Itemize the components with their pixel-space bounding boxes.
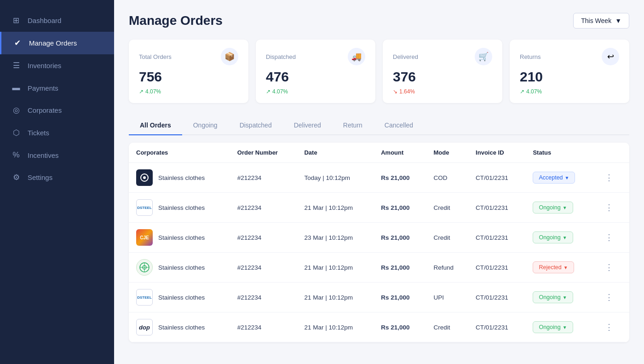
- stat-card-total-orders: Total Orders 📦 756 ↗ 4.07%: [129, 40, 248, 103]
- row-actions: ⋮: [595, 312, 629, 342]
- row-actions: ⋮: [595, 283, 629, 312]
- corp-cell: Stainless clothes: [129, 163, 230, 193]
- status-dropdown-icon: ▼: [563, 295, 567, 300]
- dispatched-icon: 🚚: [348, 48, 365, 65]
- order-mode: UPI: [426, 283, 469, 312]
- corp-cell: Stainless clothes: [129, 253, 230, 283]
- corporates-icon: ◎: [11, 105, 21, 115]
- stat-label-delivered: Delivered: [393, 53, 418, 60]
- order-number: #212234: [230, 163, 297, 193]
- tab-ongoing[interactable]: Ongoing: [182, 116, 229, 134]
- order-mode: Refund: [426, 253, 469, 283]
- order-date: 21 Mar | 10:12pm: [297, 312, 374, 342]
- manage-orders-icon: ✔: [12, 38, 23, 48]
- order-tabs: All Orders Ongoing Dispatched Delivered …: [129, 116, 629, 135]
- sidebar-item-label: Manage Orders: [29, 39, 77, 47]
- order-amount: Rs 21,000: [374, 312, 426, 342]
- col-status: Status: [525, 143, 594, 163]
- sidebar-item-payments[interactable]: ▬ Payments: [0, 77, 114, 99]
- orders-table-container: Corporates Order Number Date Amount Mode…: [129, 143, 629, 342]
- order-date: 21 Mar | 10:12pm: [297, 283, 374, 312]
- table-body: Stainless clothes #212234 Today | 10:12p…: [129, 163, 629, 342]
- stat-label-returns: Returns: [520, 53, 541, 60]
- sidebar-item-corporates[interactable]: ◎ Corporates: [0, 99, 114, 121]
- stat-card-delivered: Delivered 🛒 376 ↘ 1.64%: [383, 40, 502, 103]
- week-filter-button[interactable]: This Week ▼: [573, 13, 629, 29]
- corp-cell: dop Stainless clothes: [129, 312, 230, 342]
- status-dropdown-icon: ▼: [564, 265, 568, 270]
- col-date: Date: [297, 143, 374, 163]
- delivered-icon: 🛒: [475, 48, 492, 65]
- tab-dispatched[interactable]: Dispatched: [229, 116, 283, 134]
- stat-change-returns: ↗ 4.07%: [520, 88, 619, 95]
- status-badge[interactable]: Rejected ▼: [533, 261, 574, 273]
- sidebar-item-label: Payments: [28, 84, 58, 92]
- sidebar-item-tickets[interactable]: ⬡ Tickets: [0, 121, 114, 144]
- sidebar-item-dashboard[interactable]: ⊞ Dashboard: [0, 9, 114, 32]
- order-number: #212234: [230, 193, 297, 223]
- more-options-button[interactable]: ⋮: [602, 231, 616, 243]
- more-options-button[interactable]: ⋮: [602, 321, 616, 333]
- sidebar-item-settings[interactable]: ⚙ Settings: [0, 166, 114, 189]
- sidebar-item-inventories[interactable]: ☰ Inventories: [0, 54, 114, 77]
- col-invoice-id: Invoice ID: [468, 143, 525, 163]
- row-actions: ⋮: [595, 193, 629, 223]
- order-amount: Rs 21,000: [374, 283, 426, 312]
- inventories-icon: ☰: [11, 61, 21, 70]
- col-mode: Mode: [426, 143, 469, 163]
- stat-card-returns: Returns ↩ 210 ↗ 4.07%: [510, 40, 629, 103]
- more-options-button[interactable]: ⋮: [602, 291, 616, 303]
- main-header: Manage Orders This Week ▼: [129, 13, 629, 29]
- status-cell: Ongoing ▼: [525, 312, 594, 342]
- order-number: #212234: [230, 223, 297, 253]
- up-arrow-icon: ↗: [520, 88, 524, 95]
- status-cell: Ongoing ▼: [525, 193, 594, 223]
- status-badge[interactable]: Ongoing ▼: [533, 202, 573, 214]
- sidebar: ⊞ Dashboard ✔ Manage Orders ☰ Inventorie…: [0, 0, 114, 364]
- stat-value-delivered: 376: [393, 69, 492, 85]
- chevron-down-icon: ▼: [615, 17, 621, 24]
- more-options-button[interactable]: ⋮: [602, 261, 616, 273]
- table-row: Stainless clothes #212234 Today | 10:12p…: [129, 163, 629, 193]
- down-arrow-icon: ↘: [393, 88, 397, 95]
- order-number: #212234: [230, 283, 297, 312]
- order-amount: Rs 21,000: [374, 193, 426, 223]
- sidebar-item-incentives[interactable]: % Incentives: [0, 144, 114, 166]
- status-badge[interactable]: Accepted ▼: [533, 172, 575, 184]
- tab-cancelled[interactable]: Cancelled: [374, 116, 424, 134]
- page-title: Manage Orders: [129, 13, 223, 28]
- tab-all-orders[interactable]: All Orders: [129, 116, 182, 134]
- main-content: Manage Orders This Week ▼ Total Orders 📦…: [114, 0, 644, 364]
- stat-value-dispatched: 476: [266, 69, 365, 85]
- more-options-button[interactable]: ⋮: [602, 202, 616, 214]
- sidebar-item-label: Settings: [28, 173, 52, 181]
- corp-name: Stainless clothes: [158, 234, 205, 241]
- more-options-button[interactable]: ⋮: [602, 172, 616, 184]
- corp-cell: DSTEEL Stainless clothes: [129, 193, 230, 223]
- status-dropdown-icon: ▼: [563, 205, 567, 210]
- invoice-id: CT/01/2231: [468, 163, 525, 193]
- invoice-id: CT/01/2231: [468, 193, 525, 223]
- svg-point-1: [143, 176, 146, 179]
- stats-row: Total Orders 📦 756 ↗ 4.07% Dispatched 🚚 …: [129, 40, 629, 103]
- status-cell: Accepted ▼: [525, 163, 594, 193]
- up-arrow-icon: ↗: [266, 88, 270, 95]
- status-dropdown-icon: ▼: [565, 175, 569, 180]
- corp-name: Stainless clothes: [158, 294, 205, 301]
- corp-name: Stainless clothes: [158, 204, 205, 211]
- tab-delivered[interactable]: Delivered: [283, 116, 332, 134]
- invoice-id: CT/01/2231: [468, 223, 525, 253]
- invoice-id: CT/01/2231: [468, 253, 525, 283]
- invoice-id: CT/01/2231: [468, 283, 525, 312]
- status-cell: Ongoing ▼: [525, 283, 594, 312]
- stat-label-total-orders: Total Orders: [139, 53, 172, 60]
- status-badge[interactable]: Ongoing ▼: [533, 321, 573, 333]
- corp-name: Stainless clothes: [158, 264, 205, 271]
- status-badge[interactable]: Ongoing ▼: [533, 231, 573, 243]
- status-badge[interactable]: Ongoing ▼: [533, 291, 573, 303]
- row-actions: ⋮: [595, 163, 629, 193]
- payments-icon: ▬: [11, 83, 21, 92]
- sidebar-item-manage-orders[interactable]: ✔ Manage Orders: [0, 32, 114, 54]
- dashboard-icon: ⊞: [11, 16, 21, 25]
- tab-return[interactable]: Return: [332, 116, 374, 134]
